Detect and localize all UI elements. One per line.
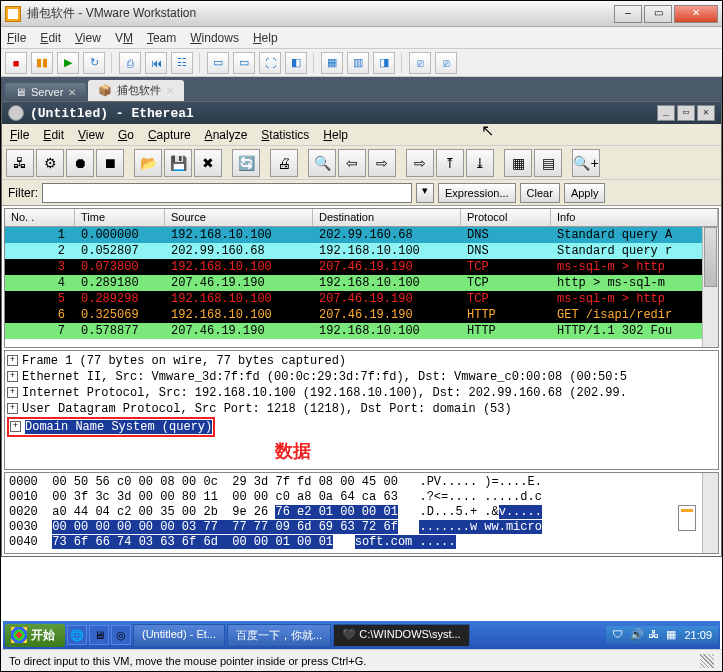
sidebar-icon[interactable]: ◨: [373, 52, 395, 74]
tree-frame[interactable]: +Frame 1 (77 bytes on wire, 77 bytes cap…: [7, 353, 716, 369]
eth-menu-analyze[interactable]: Analyze: [205, 128, 248, 142]
quicklaunch-desktop-icon[interactable]: 🖥: [89, 625, 109, 645]
tab-capture-software[interactable]: 📦 捕包软件 ✕: [88, 80, 184, 101]
filter-dropdown-icon[interactable]: ▾: [416, 183, 434, 203]
packet-list-pane[interactable]: No. . Time Source Destination Protocol I…: [4, 208, 719, 348]
console-icon[interactable]: ▥: [347, 52, 369, 74]
go-to-icon[interactable]: ⇨: [406, 149, 434, 177]
col-header-destination[interactable]: Destination: [313, 209, 461, 226]
print-icon[interactable]: 🖨: [270, 149, 298, 177]
eth-menu-go[interactable]: Go: [118, 128, 134, 142]
summary-icon[interactable]: ▦: [321, 52, 343, 74]
packet-row[interactable]: 40.289180207.46.19.190192.168.10.100TCPh…: [5, 275, 718, 291]
minimize-button[interactable]: –: [614, 5, 642, 23]
hex-line[interactable]: 0040 73 6f 66 74 03 63 6f 6d 00 00 01 00…: [9, 535, 714, 550]
unity-icon[interactable]: ◧: [285, 52, 307, 74]
go-first-icon[interactable]: ⤒: [436, 149, 464, 177]
eth-menu-statistics[interactable]: Statistics: [261, 128, 309, 142]
eth-menu-file[interactable]: File: [10, 128, 29, 142]
quicklaunch-ie-icon[interactable]: 🌐: [67, 625, 87, 645]
tree-dns[interactable]: +Domain Name System (query): [7, 417, 716, 437]
menu-vm[interactable]: VM: [115, 31, 133, 45]
revert-icon[interactable]: ⏮: [145, 52, 167, 74]
capture-icon[interactable]: ⎚: [409, 52, 431, 74]
apply-button[interactable]: Apply: [564, 183, 606, 203]
col-header-protocol[interactable]: Protocol: [461, 209, 551, 226]
hex-tool-icon[interactable]: [678, 505, 696, 531]
maximize-button[interactable]: ▭: [644, 5, 672, 23]
start-button[interactable]: 开始: [5, 624, 65, 647]
stop-icon[interactable]: ■: [5, 52, 27, 74]
play-icon[interactable]: ▶: [57, 52, 79, 74]
menu-help[interactable]: Help: [253, 31, 278, 45]
tree-ip[interactable]: +Internet Protocol, Src: 192.168.10.100 …: [7, 385, 716, 401]
menu-team[interactable]: Team: [147, 31, 176, 45]
start-capture-icon[interactable]: ⏺: [66, 149, 94, 177]
go-forward-icon[interactable]: ⇨: [368, 149, 396, 177]
col-header-info[interactable]: Info: [551, 209, 718, 226]
hex-line[interactable]: 0010 00 3f 3c 3d 00 00 80 11 00 00 c0 a8…: [9, 490, 714, 505]
fullscreen-icon[interactable]: ⛶: [259, 52, 281, 74]
taskbar-item[interactable]: 🖤 C:\WINDOWS\syst...: [333, 624, 470, 647]
eth-menu-edit[interactable]: Edit: [43, 128, 64, 142]
close-file-icon[interactable]: ✖: [194, 149, 222, 177]
zoom-in-icon[interactable]: 🔍+: [572, 149, 600, 177]
quick-switch-icon[interactable]: ▭: [233, 52, 255, 74]
hex-scrollbar[interactable]: [702, 473, 718, 553]
reset-icon[interactable]: ↻: [83, 52, 105, 74]
expression-button[interactable]: Expression...: [438, 183, 516, 203]
stop-capture-icon[interactable]: ⏹: [96, 149, 124, 177]
eth-minimize-button[interactable]: _: [657, 105, 675, 121]
colorize-icon[interactable]: ▦: [504, 149, 532, 177]
packet-row[interactable]: 10.000000192.168.10.100202.99.160.68DNSS…: [5, 227, 718, 243]
tray-shield-icon[interactable]: 🛡: [612, 628, 626, 642]
packet-row[interactable]: 60.325069192.168.10.100207.46.19.190HTTP…: [5, 307, 718, 323]
clear-button[interactable]: Clear: [520, 183, 560, 203]
resize-grip-icon[interactable]: [700, 654, 714, 668]
options-icon[interactable]: ⚙: [36, 149, 64, 177]
hex-line[interactable]: 0000 00 50 56 c0 00 08 00 0c 29 3d 7f fd…: [9, 475, 714, 490]
open-file-icon[interactable]: 📂: [134, 149, 162, 177]
menu-view[interactable]: View: [75, 31, 101, 45]
show-console-icon[interactable]: ▭: [207, 52, 229, 74]
save-icon[interactable]: 💾: [164, 149, 192, 177]
capture-movie-icon[interactable]: ⎚: [435, 52, 457, 74]
eth-menu-help[interactable]: Help: [323, 128, 348, 142]
system-tray[interactable]: 🛡 🔊 🖧 ▦ 21:09: [606, 626, 718, 644]
tab-server[interactable]: 🖥 Server ✕: [5, 83, 86, 101]
tree-udp[interactable]: +User Datagram Protocol, Src Port: 1218 …: [7, 401, 716, 417]
interfaces-icon[interactable]: 🖧: [6, 149, 34, 177]
packet-details-pane[interactable]: +Frame 1 (77 bytes on wire, 77 bytes cap…: [4, 350, 719, 470]
packet-row[interactable]: 30.073800192.168.10.100207.46.19.190TCPm…: [5, 259, 718, 275]
tray-network-icon[interactable]: 🖧: [648, 628, 662, 642]
go-last-icon[interactable]: ⤓: [466, 149, 494, 177]
taskbar-item[interactable]: 百度一下，你就...: [227, 624, 331, 647]
col-header-time[interactable]: Time: [75, 209, 165, 226]
eth-menu-capture[interactable]: Capture: [148, 128, 191, 142]
go-back-icon[interactable]: ⇦: [338, 149, 366, 177]
hex-line[interactable]: 0030 00 00 00 00 00 00 03 77 77 77 09 6d…: [9, 520, 714, 535]
quicklaunch-ethereal-icon[interactable]: ◎: [111, 625, 131, 645]
pause-icon[interactable]: ▮▮: [31, 52, 53, 74]
scrollbar-thumb[interactable]: [704, 227, 717, 287]
manage-snapshot-icon[interactable]: ☷: [171, 52, 193, 74]
close-tab-icon[interactable]: ✕: [166, 85, 174, 96]
snapshot-icon[interactable]: ⎙: [119, 52, 141, 74]
hex-line[interactable]: 0020 a0 44 04 c2 00 35 00 2b 9e 26 76 e2…: [9, 505, 714, 520]
auto-scroll-icon[interactable]: ▤: [534, 149, 562, 177]
eth-close-button[interactable]: ✕: [697, 105, 715, 121]
taskbar-item[interactable]: (Untitled) - Et...: [133, 624, 225, 647]
tree-ethernet[interactable]: +Ethernet II, Src: Vmware_3d:7f:fd (00:0…: [7, 369, 716, 385]
filter-input[interactable]: [42, 183, 412, 203]
col-header-no[interactable]: No. .: [5, 209, 75, 226]
packet-list-header[interactable]: No. . Time Source Destination Protocol I…: [5, 209, 718, 227]
tray-vmware-icon[interactable]: ▦: [666, 628, 680, 642]
vertical-scrollbar[interactable]: [702, 227, 718, 347]
tray-volume-icon[interactable]: 🔊: [630, 628, 644, 642]
find-icon[interactable]: 🔍: [308, 149, 336, 177]
packet-row[interactable]: 70.578877207.46.19.190192.168.10.100HTTP…: [5, 323, 718, 339]
packet-row[interactable]: 20.052807202.99.160.68192.168.10.100DNSS…: [5, 243, 718, 259]
close-button[interactable]: ✕: [674, 5, 718, 23]
packet-bytes-pane[interactable]: 0000 00 50 56 c0 00 08 00 0c 29 3d 7f fd…: [4, 472, 719, 554]
eth-maximize-button[interactable]: ▭: [677, 105, 695, 121]
